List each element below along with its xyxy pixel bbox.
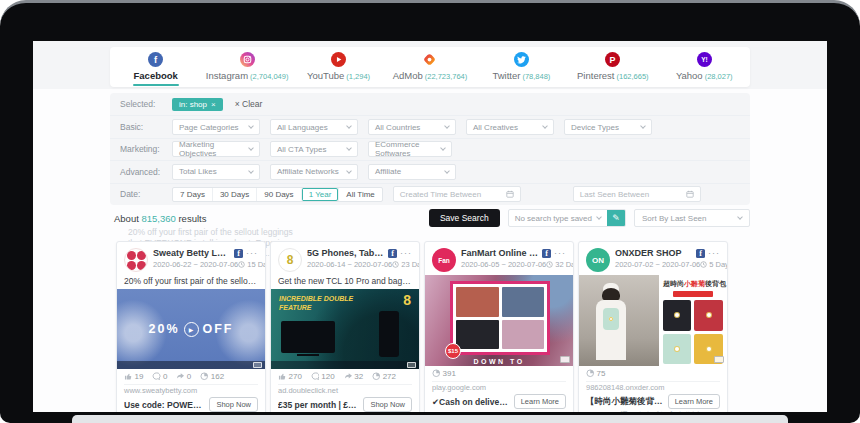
dropdown-affiliate-networks[interactable]: Affiliate Networks xyxy=(270,164,358,180)
ad-card-sweaty-betty[interactable]: Sweaty Betty London | Wom... f ··· 2020-… xyxy=(116,241,266,412)
dropdown-cta-types[interactable]: All CTA Types xyxy=(270,141,358,157)
page-name[interactable]: 5G Phones, Tablets & SIMs | ... xyxy=(307,248,385,258)
chevron-down-icon xyxy=(542,123,548,129)
card-menu-button[interactable]: ··· xyxy=(708,250,720,256)
popularity-icon xyxy=(200,372,209,381)
dropdown-device-types[interactable]: Device Types xyxy=(564,119,652,135)
landing-domain[interactable]: play.google.com xyxy=(425,382,573,392)
saved-search-dropdown[interactable]: No search type saved xyxy=(509,210,607,226)
clear-filters-button[interactable]: × Clear xyxy=(235,99,263,109)
landing-domain[interactable]: 986208148.onxder.com xyxy=(579,382,727,392)
tab-twitter[interactable]: Twitter(78,848) xyxy=(476,47,567,87)
tv-graphic xyxy=(281,321,335,353)
chevron-down-icon xyxy=(248,168,254,174)
cta-button[interactable]: Learn More xyxy=(668,394,720,409)
red-tag xyxy=(673,291,713,297)
cta-button[interactable]: Shop Now xyxy=(363,397,412,412)
ad-creative-video[interactable]: $15 DOWN TO xyxy=(425,275,573,366)
video-control-bar xyxy=(271,361,419,369)
dropdown-page-categories[interactable]: Page Categories xyxy=(172,119,260,135)
selected-filter-row: Selected: in: shop× × Clear xyxy=(110,93,750,115)
clock-icon xyxy=(546,261,553,268)
segment-30-days[interactable]: 30 Days xyxy=(212,188,256,201)
results-bar: About 815,360 results Save Search No sea… xyxy=(110,208,750,228)
chevron-down-icon xyxy=(640,123,646,129)
youtube-icon xyxy=(331,52,346,67)
price-badge: $15 xyxy=(445,343,461,359)
card-menu-button[interactable]: ··· xyxy=(400,250,412,256)
dropdown-total-likes[interactable]: Total Likes xyxy=(172,164,260,180)
tab-count: (22,723,764) xyxy=(425,72,468,81)
card-menu-button[interactable]: ··· xyxy=(246,250,258,256)
marketing-filter-row: Marketing: Marketing Objectives All CTA … xyxy=(110,138,750,160)
dropdown-countries[interactable]: All Countries xyxy=(368,119,456,135)
network-tabbar: f Facebook Instagram(2,704,049) YouTube(… xyxy=(110,47,750,87)
brand-logo: 8 xyxy=(403,292,411,308)
page-name[interactable]: FanMart Online Shopping - F... xyxy=(461,248,539,258)
engagement-stats: 391 xyxy=(425,366,573,378)
cta-button[interactable]: Learn More xyxy=(514,394,566,409)
sweaty-betty-logo xyxy=(127,251,146,270)
edit-saved-search-button[interactable]: ✎ xyxy=(607,210,625,226)
sort-dropdown[interactable]: Sort By Last Seen xyxy=(634,209,750,227)
ad-card-onxder[interactable]: ON ONXDER SHOP f ··· 2020-07-02 ~ 2020-0… xyxy=(578,241,728,412)
chevron-down-icon xyxy=(444,123,450,129)
tab-count: (1,294) xyxy=(346,72,370,81)
active-tab-underline xyxy=(133,84,179,86)
chip-close-icon[interactable]: × xyxy=(211,100,216,109)
ad-creative-video[interactable]: INCREDIBLE DOUBLE FEATURE 8 xyxy=(271,289,419,369)
ad-creative[interactable]: 超時尚小雛菊後背包 xyxy=(579,275,727,366)
tab-admob[interactable]: AdMob(22,723,764) xyxy=(384,47,475,87)
dropdown-ecommerce-softwares[interactable]: ECommerce Softwares xyxy=(368,141,452,157)
tab-youtube[interactable]: YouTube(1,294) xyxy=(293,47,384,87)
date-range-segments: 7 Days 30 Days 90 Days 1 Year All Time xyxy=(172,187,383,202)
dropdown-creatives[interactable]: All Creatives xyxy=(466,119,554,135)
results-count-text: About 815,360 results xyxy=(110,213,206,224)
filter-panel: Selected: in: shop× × Clear Basic: Page … xyxy=(110,93,750,205)
share-icon xyxy=(176,372,185,381)
ad-card-5g-phones[interactable]: 8 5G Phones, Tablets & SIMs | ... f ··· … xyxy=(270,241,420,412)
selected-label: Selected: xyxy=(120,99,172,109)
tab-count: (162,665) xyxy=(617,72,649,81)
model-photo xyxy=(579,275,659,366)
ad-text: 20% off your first pair of the sellout l… xyxy=(117,275,265,289)
tab-yahoo[interactable]: Y! Yahoo(28,027) xyxy=(659,47,750,87)
avatar[interactable]: 8 xyxy=(278,248,302,272)
segment-1-year[interactable]: 1 Year xyxy=(301,188,339,201)
tab-pinterest[interactable]: P Pinterest(162,665) xyxy=(567,47,658,87)
segment-90-days[interactable]: 90 Days xyxy=(256,188,300,201)
avatar[interactable]: Fan xyxy=(432,248,456,272)
chevron-down-icon xyxy=(737,214,743,220)
laptop-base xyxy=(72,415,788,423)
ad-card-fanmart[interactable]: Fan FanMart Online Shopping - F... f ···… xyxy=(424,241,574,412)
page-name[interactable]: Sweaty Betty London | Wom... xyxy=(153,248,231,258)
last-seen-between-input[interactable]: Last Seen Between xyxy=(573,186,701,202)
tab-facebook[interactable]: f Facebook xyxy=(110,47,201,87)
page-name[interactable]: ONXDER SHOP xyxy=(615,248,693,258)
chevron-down-icon xyxy=(346,168,352,174)
landing-domain[interactable]: www.sweatybetty.com xyxy=(117,385,265,395)
tab-label: Yahoo xyxy=(676,70,703,81)
selected-chip-in-shop[interactable]: in: shop× xyxy=(172,98,223,111)
landing-domain[interactable]: ad.doubleclick.net xyxy=(271,385,419,395)
chevron-down-icon xyxy=(248,146,254,152)
segment-7-days[interactable]: 7 Days xyxy=(173,188,212,201)
created-time-between-input[interactable]: Created Time Between xyxy=(393,186,521,202)
tab-instagram[interactable]: Instagram(2,704,049) xyxy=(201,47,292,87)
dropdown-languages[interactable]: All Languages xyxy=(270,119,358,135)
avatar[interactable] xyxy=(124,248,148,272)
cta-button[interactable]: Shop Now xyxy=(209,397,258,412)
tab-count: (28,027) xyxy=(705,72,733,81)
card-menu-button[interactable]: ··· xyxy=(554,250,566,256)
play-icon[interactable]: ▶ xyxy=(184,322,199,337)
ad-creative-video[interactable]: 20% ▶ OFF xyxy=(117,289,265,369)
save-search-button[interactable]: Save Search xyxy=(429,209,500,227)
ad-text: Get the new TCL 10 Pro and bag a free TC… xyxy=(271,275,419,289)
avatar[interactable]: ON xyxy=(586,248,610,272)
date-filter-row: Date: 7 Days 30 Days 90 Days 1 Year All … xyxy=(110,183,750,205)
video-icon xyxy=(407,362,416,368)
facebook-badge-icon: f xyxy=(696,249,705,258)
dropdown-marketing-objectives[interactable]: Marketing Objectives xyxy=(172,141,260,157)
segment-all-time[interactable]: All Time xyxy=(338,188,381,201)
dropdown-affiliate[interactable]: Affiliate xyxy=(368,164,456,180)
